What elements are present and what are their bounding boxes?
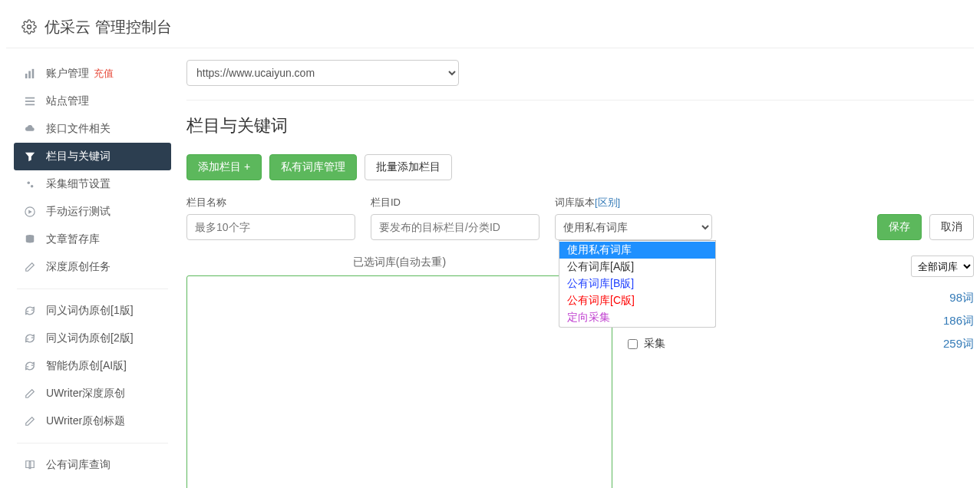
sidebar-item-label: 深度原创任务 <box>46 260 111 274</box>
wordlib-checkbox[interactable] <box>628 339 638 349</box>
svg-rect-4 <box>25 97 35 99</box>
column-id-label: 栏目ID <box>371 196 539 209</box>
version-label: 词库版本[区别] <box>555 196 712 209</box>
column-name-input[interactable] <box>186 214 355 240</box>
sidebar-item-label: 采集细节设置 <box>46 177 111 191</box>
version-diff-link[interactable]: [区别] <box>595 196 620 208</box>
dropdown-option[interactable]: 公有词库[B版] <box>559 275 715 292</box>
dropdown-option[interactable]: 公有词库[C版] <box>559 292 715 309</box>
column-id-input[interactable] <box>371 214 539 240</box>
filter-icon <box>23 150 37 163</box>
refresh-icon <box>23 359 37 373</box>
wordlib-row: 采集259词 <box>628 332 974 355</box>
app-header: 优采云 管理控制台 <box>6 6 974 48</box>
sidebar-item-label: 接口文件相关 <box>46 122 111 136</box>
sidebar-item[interactable]: 公有词库查询 <box>14 451 171 479</box>
book-icon <box>23 458 37 472</box>
svg-point-0 <box>28 25 31 29</box>
svg-rect-5 <box>25 101 35 102</box>
sidebar-item[interactable]: 账户管理充值 <box>14 60 171 87</box>
sidebar-item[interactable]: 智能伪原创[AI版] <box>14 352 171 380</box>
wordlib-label: 采集 <box>644 337 665 351</box>
sidebar-item-label: UWriter深度原创 <box>46 387 125 401</box>
sidebar-item-label: 同义词伪原创[2版] <box>46 331 134 345</box>
dropdown-option[interactable]: 使用私有词库 <box>559 242 715 259</box>
button-row: 添加栏目 + 私有词库管理 批量添加栏目 <box>186 154 974 180</box>
form-row: 栏目名称 栏目ID 词库版本[区别] 使用私有词库 保存 取消 使用私有词库公有… <box>186 196 974 240</box>
db-icon <box>23 232 37 246</box>
sidebar-item[interactable]: 同义词伪原创[1版] <box>14 297 171 325</box>
svg-point-8 <box>31 185 34 188</box>
sidebar-item-label: 公有词库查询 <box>46 458 111 472</box>
svg-rect-1 <box>25 74 28 78</box>
sidebar-item[interactable]: 文章暂存库 <box>14 226 171 253</box>
sidebar-item-label: 文章暂存库 <box>46 232 100 246</box>
dropdown-option[interactable]: 定向采集 <box>559 309 715 326</box>
sidebar-item[interactable]: UWriter深度原创 <box>14 380 171 407</box>
sidebar-item-label: UWriter原创标题 <box>46 414 125 428</box>
sidebar-item[interactable]: 采集细节设置 <box>14 170 171 198</box>
svg-rect-2 <box>28 71 31 79</box>
recharge-badge[interactable]: 充值 <box>94 67 114 81</box>
sidebar: 账户管理充值站点管理接口文件相关栏目与关键词采集细节设置手动运行测试文章暂存库深… <box>6 48 171 488</box>
wordlib-count[interactable]: 186词 <box>943 314 974 328</box>
dropdown-option[interactable]: 公有词库[A版] <box>559 259 715 275</box>
edit-icon <box>23 414 37 428</box>
play-icon <box>23 205 37 219</box>
sidebar-item-label: 手动运行测试 <box>46 205 111 219</box>
list-icon <box>23 94 37 108</box>
sidebar-item[interactable]: UWriter原创标题 <box>14 407 171 435</box>
app-title: 优采云 管理控制台 <box>45 17 172 38</box>
sidebar-divider <box>17 289 168 289</box>
sidebar-divider <box>17 443 168 443</box>
selected-wordlib-box[interactable] <box>186 275 612 488</box>
gear-icon <box>21 19 37 35</box>
svg-point-7 <box>28 182 31 185</box>
bar-chart-icon <box>23 67 37 81</box>
page-title: 栏目与关键词 <box>186 114 974 137</box>
version-select[interactable]: 使用私有词库 <box>555 214 712 240</box>
sidebar-item[interactable]: 深度原创任务 <box>14 253 171 281</box>
sidebar-item-label: 账户管理 <box>46 67 89 81</box>
wordlib-count[interactable]: 259词 <box>943 337 974 351</box>
sidebar-item[interactable]: 栏目与关键词 <box>14 143 171 170</box>
svg-rect-3 <box>32 69 35 78</box>
sidebar-item[interactable]: 手动运行测试 <box>14 198 171 226</box>
site-select[interactable]: https://www.ucaiyun.com <box>186 60 459 86</box>
column-name-label: 栏目名称 <box>186 196 355 209</box>
gears-icon <box>23 177 37 191</box>
manage-wordlib-button[interactable]: 私有词库管理 <box>269 154 357 180</box>
sidebar-item[interactable]: 站点管理 <box>14 87 171 115</box>
version-dropdown-pop: 使用私有词库公有词库[A版]公有词库[B版]公有词库[C版]定向采集 <box>559 240 716 328</box>
edit-icon <box>23 387 37 401</box>
wordlib-filter-select[interactable]: 全部词库 <box>911 256 974 277</box>
sidebar-item-label: 栏目与关键词 <box>46 150 111 163</box>
sidebar-item-label: 智能伪原创[AI版] <box>46 359 127 373</box>
sidebar-item[interactable]: 同义词伪原创[2版] <box>14 325 171 352</box>
batch-add-button[interactable]: 批量添加栏目 <box>365 154 452 180</box>
refresh-icon <box>23 304 37 318</box>
sidebar-item-label: 站点管理 <box>46 94 89 108</box>
cloud-icon <box>23 122 37 136</box>
main-content: https://www.ucaiyun.com 栏目与关键词 添加栏目 + 私有… <box>171 48 974 488</box>
edit-icon <box>23 260 37 274</box>
wordlib-count[interactable]: 98词 <box>949 291 974 305</box>
cancel-button[interactable]: 取消 <box>929 214 974 240</box>
sidebar-item[interactable]: 接口文件相关 <box>14 115 171 143</box>
refresh-icon <box>23 331 37 345</box>
horizontal-rule <box>186 100 974 101</box>
svg-rect-6 <box>25 104 35 106</box>
sidebar-item-label: 同义词伪原创[1版] <box>46 304 134 318</box>
selected-wordlib-title: 已选词库(自动去重) <box>186 256 612 269</box>
add-column-button[interactable]: 添加栏目 + <box>186 154 262 180</box>
save-button[interactable]: 保存 <box>877 214 922 240</box>
